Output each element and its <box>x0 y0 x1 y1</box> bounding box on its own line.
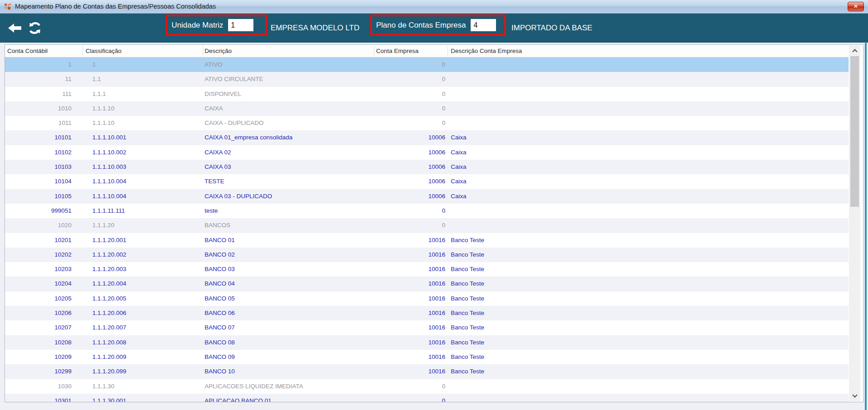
cell-conta-contabil: 1020 <box>5 218 72 233</box>
table-row[interactable]: 1010 1.1.1.10 CAIXA 0 <box>5 101 849 116</box>
cell-descricao-conta-empresa: Banco Teste <box>451 291 484 306</box>
cell-descricao: BANCO 08 <box>205 335 235 350</box>
cell-conta-empresa: 10016 <box>374 291 445 306</box>
cell-classificacao: 1.1.1.10.001 <box>92 130 126 145</box>
cell-descricao-conta-empresa: Banco Teste <box>451 248 484 262</box>
table-row[interactable]: 10202 1.1.1.20.002 BANCO 02 10016 Banco … <box>5 248 849 262</box>
cell-classificacao: 1.1.1.20.099 <box>92 364 126 379</box>
cell-classificacao: 1 <box>92 57 96 72</box>
header-classificacao[interactable]: Classificação <box>86 45 122 57</box>
cell-classificacao: 1.1.1.30 <box>92 379 114 394</box>
table-row[interactable]: 10205 1.1.1.20.005 BANCO 05 10016 Banco … <box>5 291 849 306</box>
table-row[interactable]: 10208 1.1.1.20.008 BANCO 08 10016 Banco … <box>5 335 849 350</box>
table-row[interactable]: 10206 1.1.1.20.006 BANCO 06 10016 Banco … <box>5 306 849 320</box>
cell-descricao: BANCO 04 <box>205 277 235 291</box>
cell-conta-empresa: 0 <box>374 72 445 86</box>
unidade-matriz-highlight: Unidade Matriz <box>166 14 267 36</box>
cell-classificacao: 1.1.1.20 <box>92 218 114 233</box>
header-conta-empresa[interactable]: Conta Empresa <box>376 45 419 57</box>
header-separator <box>82 46 83 56</box>
cell-conta-empresa: 10016 <box>374 233 445 248</box>
cell-descricao: CAIXA 02 <box>205 145 231 160</box>
cell-descricao: BANCO 06 <box>205 306 235 320</box>
table-row[interactable]: 10204 1.1.1.20.004 BANCO 04 10016 Banco … <box>5 277 849 291</box>
unidade-matriz-input[interactable] <box>228 19 253 31</box>
table-row[interactable]: 10102 1.1.1.10.002 CAIXA 02 10006 Caixa <box>5 145 849 160</box>
cell-classificacao: 1.1.1.10.004 <box>92 174 126 189</box>
table-row[interactable]: 1020 1.1.1.20 BANCOS 0 <box>5 218 849 233</box>
close-button[interactable]: ✕ <box>848 2 864 11</box>
cell-conta-contabil: 10105 <box>5 189 72 204</box>
scroll-up-icon[interactable] <box>852 49 857 54</box>
cell-descricao: BANCO 07 <box>205 320 235 335</box>
close-icon: ✕ <box>854 3 858 10</box>
cell-descricao: CAIXA 01_empresa consolidada <box>205 130 292 145</box>
cell-descricao: DISPONIVEL <box>205 87 241 101</box>
cell-conta-contabil: 10202 <box>5 248 72 262</box>
cell-conta-contabil: 10102 <box>5 145 72 160</box>
table-row[interactable]: 1 1 ATIVO 0 <box>5 57 849 72</box>
cell-descricao-conta-empresa: Banco Teste <box>451 262 484 277</box>
table-row[interactable]: 999051 1.1.1.11.111 teste 0 <box>5 204 849 218</box>
accounts-grid: Conta Contábil Classificação Descrição C… <box>5 44 863 402</box>
scroll-down-icon[interactable] <box>852 392 857 397</box>
table-row[interactable]: 10104 1.1.1.10.004 TESTE 10006 Caixa <box>5 174 849 189</box>
cell-conta-contabil: 10205 <box>5 291 72 306</box>
refresh-icon[interactable] <box>28 22 42 34</box>
cell-conta-empresa: 10016 <box>374 277 445 291</box>
vertical-scrollbar[interactable] <box>849 45 860 401</box>
plano-contas-input[interactable] <box>471 19 496 31</box>
cell-descricao: BANCO 02 <box>205 248 235 262</box>
cell-descricao: CAIXA 03 - DUPLICADO <box>205 189 272 204</box>
cell-descricao: ATIVO CIRCULANTE <box>205 72 263 86</box>
app-window: Mapeamento Plano de Contas das Empresas/… <box>0 0 868 410</box>
cell-conta-contabil: 10206 <box>5 306 72 320</box>
cell-conta-contabil: 1010 <box>5 101 72 116</box>
table-row[interactable]: 10203 1.1.1.20.003 BANCO 03 10016 Banco … <box>5 262 849 277</box>
header-descricao-conta-empresa[interactable]: Descrição Conta Empresa <box>451 45 522 57</box>
cell-conta-contabil: 11 <box>5 72 72 86</box>
table-row[interactable]: 1011 1.1.1.10 CAIXA - DUPLICADO 0 <box>5 116 849 130</box>
toolbar: Unidade Matriz EMPRESA MODELO LTD Plano … <box>0 14 868 43</box>
header-descricao[interactable]: Descrição <box>205 45 232 57</box>
cell-descricao: ATIVO <box>205 57 223 72</box>
grid-body: 1 1 ATIVO 0 11 1.1 ATIVO CIRCULANTE 0 11… <box>5 57 863 402</box>
table-row[interactable]: 11 1.1 ATIVO CIRCULANTE 0 <box>5 72 849 86</box>
table-row[interactable]: 111 1.1.1 DISPONIVEL 0 <box>5 87 849 101</box>
table-row[interactable]: 10201 1.1.1.20.001 BANCO 01 10016 Banco … <box>5 233 849 248</box>
table-row[interactable]: 1030 1.1.1.30 APLICACOES LIQUIDEZ IMEDIA… <box>5 379 849 394</box>
cell-conta-empresa: 10016 <box>374 350 445 364</box>
scrollbar-thumb[interactable] <box>850 56 859 207</box>
cell-descricao-conta-empresa: Caixa <box>451 145 467 160</box>
cell-conta-empresa: 0 <box>374 204 445 218</box>
cell-conta-empresa: 10016 <box>374 262 445 277</box>
cell-classificacao: 1.1.1.20.002 <box>92 248 126 262</box>
table-row[interactable]: 10301 1.1.1.30.001 APLICACAO BANCO 01 0 <box>5 394 849 402</box>
header-conta-contabil[interactable]: Conta Contábil <box>7 45 48 57</box>
cell-conta-empresa: 0 <box>374 116 445 130</box>
table-row[interactable]: 10299 1.1.1.20.099 BANCO 10 10016 Banco … <box>5 364 849 379</box>
table-row[interactable]: 10101 1.1.1.10.001 CAIXA 01_empresa cons… <box>5 130 849 145</box>
cell-classificacao: 1.1.1 <box>92 87 106 101</box>
cell-conta-contabil: 10209 <box>5 350 72 364</box>
cell-conta-contabil: 10203 <box>5 262 72 277</box>
cell-conta-empresa: 10016 <box>374 306 445 320</box>
cell-classificacao: 1.1.1.10.002 <box>92 145 126 160</box>
window-right-border <box>865 43 867 410</box>
cell-conta-contabil: 10299 <box>5 364 72 379</box>
cell-classificacao: 1.1.1.30.001 <box>92 394 126 402</box>
table-row[interactable]: 10103 1.1.1.10.003 CAIXA 03 10006 Caixa <box>5 160 849 174</box>
table-row[interactable]: 10207 1.1.1.20.007 BANCO 07 10016 Banco … <box>5 320 849 335</box>
cell-classificacao: 1.1.1.10.004 <box>92 189 126 204</box>
cell-classificacao: 1.1.1.20.003 <box>92 262 126 277</box>
cell-conta-contabil: 10103 <box>5 160 72 174</box>
cell-conta-empresa: 0 <box>374 87 445 101</box>
table-row[interactable]: 10209 1.1.1.20.009 BANCO 09 10016 Banco … <box>5 350 849 364</box>
empresa-nome-text: EMPRESA MODELO LTD <box>271 24 359 33</box>
table-row[interactable]: 10105 1.1.1.10.004 CAIXA 03 - DUPLICADO … <box>5 189 849 204</box>
cell-conta-empresa: 10016 <box>374 248 445 262</box>
cell-descricao-conta-empresa: Banco Teste <box>451 277 484 291</box>
cell-classificacao: 1.1.1.20.009 <box>92 350 126 364</box>
back-arrow-icon[interactable] <box>7 22 22 34</box>
cell-descricao: TESTE <box>205 174 224 189</box>
